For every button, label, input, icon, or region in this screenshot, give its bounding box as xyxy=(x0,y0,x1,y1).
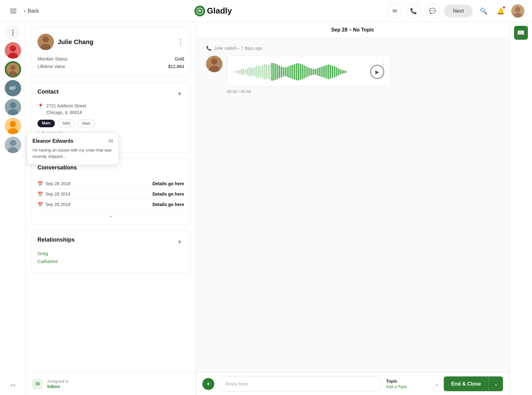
menu-button[interactable] xyxy=(8,6,19,16)
main-layout: KF xyxy=(0,22,532,395)
sidebar-menu-icon[interactable] xyxy=(6,26,20,40)
popup-contact-name: Eleanor Edwards xyxy=(32,138,73,144)
audio-more-button[interactable]: ⋮ xyxy=(380,60,386,68)
relationships-section-header: Relationships + xyxy=(38,237,184,247)
svg-point-27 xyxy=(211,58,217,65)
relationship-link-catherine[interactable]: Catherine xyxy=(38,259,184,264)
calendar-icon-1: 📅 xyxy=(38,181,43,186)
conversation-row-2[interactable]: 📅 Sep 28 2018 Details go here xyxy=(38,189,184,199)
right-panel-book-icon[interactable]: 📖 xyxy=(514,26,528,40)
audio-waveform xyxy=(234,62,366,81)
relationships-add-button[interactable]: + xyxy=(175,238,184,246)
end-close-button[interactable]: End & Close xyxy=(444,376,489,391)
contact-add-button[interactable]: + xyxy=(175,89,184,98)
collapse-sidebar-button[interactable]: << xyxy=(7,380,19,391)
back-button[interactable]: ‹ Back xyxy=(24,8,39,14)
sidebar-item-2[interactable] xyxy=(5,61,21,77)
popup-preview-text: I'm having an issues with my order that … xyxy=(32,147,113,159)
left-bottom-bar: ✉ Assigned to Inbox xyxy=(26,372,196,395)
user-avatar-image xyxy=(511,4,524,18)
next-button[interactable]: Next xyxy=(444,5,473,17)
reply-input[interactable]: Reply here xyxy=(219,376,382,392)
sidebar-avatar-4[interactable] xyxy=(5,99,21,115)
email-nav-button[interactable]: ✉ xyxy=(387,4,402,18)
main-content: Sep 28 – No Topic 📞 Julie called – 7 day… xyxy=(196,22,509,395)
sidebar-avatar-kf[interactable]: KF xyxy=(5,80,21,96)
sidebar-avatar-active[interactable] xyxy=(5,61,21,77)
conversation-row-3[interactable]: 📅 Sep 28 2018 Details go here xyxy=(38,199,184,210)
customer-more-button[interactable]: ⋮ xyxy=(177,38,184,45)
end-close-group: End & Close ⌄ xyxy=(444,376,503,391)
reply-placeholder: Reply here xyxy=(225,381,248,386)
search-button[interactable]: 🔍 xyxy=(477,5,490,17)
topic-add-link[interactable]: Add a Topic xyxy=(386,384,430,389)
assigned-info: Assigned to Inbox xyxy=(47,379,69,389)
sidebar-item-3[interactable]: KF xyxy=(5,80,21,96)
left-panel-scroll: Julie Chang ⋮ Member Status Gold Lifetim… xyxy=(26,22,196,372)
chevron-down-icon: ⌄ xyxy=(109,212,113,218)
member-status-row: Member Status Gold xyxy=(38,55,184,63)
end-close-dropdown-button[interactable]: ⌄ xyxy=(489,376,503,391)
address-value: 2721 Addison StreetChicago, IL 60618 xyxy=(46,103,86,115)
customer-card: Julie Chang ⋮ Member Status Gold Lifetim… xyxy=(31,27,191,77)
avatar-image-1 xyxy=(5,42,21,59)
conv-date-value-1: Sep 28 2018 xyxy=(45,181,70,186)
location-icon: 📍 xyxy=(38,103,44,109)
notification-button[interactable]: 🔔 xyxy=(494,5,507,17)
conversations-section-header: Conversations xyxy=(38,164,184,175)
member-status-label: Member Status xyxy=(38,56,67,61)
phone-main-tag: Main xyxy=(78,120,95,127)
sidebar-avatar-5[interactable] xyxy=(5,118,21,134)
svg-point-3 xyxy=(515,7,520,12)
conversation-title: Sep 28 – No Topic xyxy=(331,27,374,33)
phone-nav-button[interactable]: 📞 xyxy=(406,4,421,18)
avatar-initials-kf: KF xyxy=(10,86,16,91)
conversation-row-1[interactable]: 📅 Sep 28 2018 Details go here xyxy=(38,179,184,189)
svg-point-12 xyxy=(10,65,15,70)
address-text: 2721 Addison StreetChicago, IL 60618 xyxy=(46,103,86,116)
inbox-icon: ✉ xyxy=(32,379,43,389)
svg-point-5 xyxy=(12,30,14,31)
dots-vertical-icon xyxy=(9,29,17,37)
conv-date-3: 📅 Sep 28 2018 xyxy=(38,202,70,207)
relationship-link-greg[interactable]: Greg xyxy=(38,251,184,256)
customer-name: Julie Chang xyxy=(58,38,93,46)
contact-section-title: Contact xyxy=(38,89,59,95)
left-panel: Julie Chang ⋮ Member Status Gold Lifetim… xyxy=(26,22,196,395)
caller-avatar-image xyxy=(206,56,223,72)
contact-section-header: Contact + xyxy=(38,89,184,99)
svg-point-9 xyxy=(10,45,16,52)
lifetime-value-value: $12,864 xyxy=(168,64,184,69)
svg-point-0 xyxy=(197,8,203,14)
assigned-value: Inbox xyxy=(47,384,69,389)
sidebar-avatar-1[interactable] xyxy=(5,42,21,59)
sidebar-item-5[interactable] xyxy=(5,118,21,134)
sidebar-avatar-6[interactable] xyxy=(5,137,21,153)
sidebar-item-4[interactable] xyxy=(5,99,21,115)
contact-phones: Main SMS Main xyxy=(38,120,184,127)
phone-sms-tag: SMS xyxy=(57,120,75,127)
sidebar-item-6[interactable] xyxy=(5,137,21,153)
conversation-body: 📞 Julie called – 7 days ago ▶ ⋮ xyxy=(196,38,509,372)
logo-icon: + xyxy=(194,6,205,16)
sidebar-item-1[interactable] xyxy=(5,42,21,59)
conversations-section-title: Conversations xyxy=(38,164,77,171)
topic-dropdown-button[interactable]: ⌄ xyxy=(435,381,439,387)
logo-svg: + xyxy=(196,8,203,14)
audio-card-wrapper: ▶ ⋮ 00:00 / 00:48 xyxy=(227,56,499,94)
conv-detail-3: Details go here xyxy=(153,202,184,207)
back-label: Back xyxy=(28,8,39,14)
conversations-card: Conversations 📅 Sep 28 2018 Details go h… xyxy=(31,158,191,225)
svg-point-6 xyxy=(12,32,14,33)
conv-date-value-3: Sep 28 2018 xyxy=(45,202,70,207)
chat-nav-button[interactable]: 💬 xyxy=(425,4,440,18)
member-status-value: Gold xyxy=(175,56,184,61)
audio-player-card: ▶ ⋮ xyxy=(227,56,391,87)
lifetime-value-label: Lifetime Value xyxy=(38,64,65,69)
reply-add-button[interactable]: + xyxy=(202,378,214,390)
conversations-expand-button[interactable]: ⌄ xyxy=(38,212,184,218)
audio-timestamp: 00:00 / 00:48 xyxy=(227,89,499,94)
conv-date-value-2: Sep 28 2018 xyxy=(45,192,70,197)
user-avatar[interactable] xyxy=(511,4,524,18)
phone-main-badge: Main xyxy=(38,120,55,127)
